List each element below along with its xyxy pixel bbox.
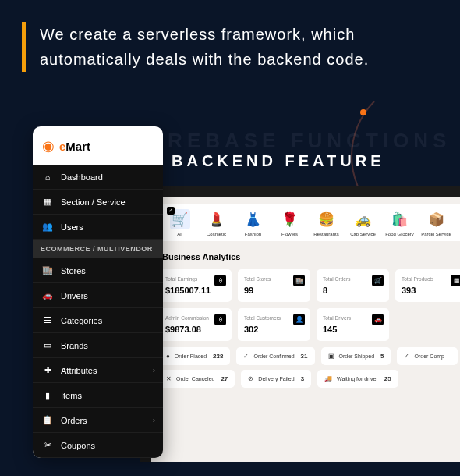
status-chip[interactable]: ▣Order Shipped5 [321,347,391,365]
status-label: Waiting for driver [337,376,378,382]
stat-value: 393 [402,286,460,295]
hero-text: We create a serverless framework, which … [40,22,438,72]
category-tabs: ✓🛒All💄Cosmetic👗Fashion🌹Flowers🍔Restauran… [159,204,460,241]
grid-icon: ▦ [42,197,53,207]
status-value: 5 [380,353,384,360]
stat-card[interactable]: Total Earnings$185007.11₿ [159,269,232,302]
car-icon: 🚗 [42,290,53,300]
category-icon: 🍔 [317,209,337,229]
status-chip[interactable]: ●Order Placed238 [159,347,230,365]
status-label: Order Comp [414,353,444,359]
store-icon: 🏬 [42,265,53,275]
nav-attributes[interactable]: ✚Attributes› [33,358,163,383]
sidebar: ◉ eMart ⌂Dashboard ▦Section / Service 👥U… [33,126,163,458]
status-chip[interactable]: ✓Order Confirmed31 [236,347,314,365]
analytics-panel: Business Analytics Total Earnings$185007… [159,252,460,388]
category-icon: 🚕 [353,209,373,229]
category-label: Cosmetic [207,232,226,236]
status-chip[interactable]: ✕Order Canceled27 [159,370,235,388]
decorative-dot [360,109,366,115]
nav-label: Categories [61,316,102,325]
logo[interactable]: ◉ eMart [33,126,163,165]
nav-coupons[interactable]: ✂Coupons [33,433,163,458]
order-status-row-1: ●Order Placed238✓Order Confirmed31▣Order… [159,347,460,365]
nav-drivers[interactable]: 🚗Drivers [33,283,163,308]
status-label: Order Shipped [339,353,375,359]
stat-card[interactable]: Total Drivers145🚗 [317,308,389,341]
background-text: FIREBASE FUNCTIONS [140,129,451,153]
nav-items[interactable]: ▮Items [33,383,163,408]
clipboard-icon: 📋 [42,415,53,425]
status-chip[interactable]: ⊘Delivery Failed3 [241,370,311,388]
status-icon: ✕ [166,375,172,382]
logo-text: eMart [59,140,90,153]
chevron-right-icon: › [153,367,155,375]
laptop-frame: ✓🛒All💄Cosmetic👗Fashion🌹Flowers🍔Restauran… [140,186,460,462]
category-tab[interactable]: 🛍️Food Grocery [382,209,417,236]
stat-value: 99 [244,286,304,295]
category-icon: 👗 [243,209,264,229]
category-label: Cab Service [350,232,376,236]
category-icon: 📦 [426,209,447,229]
status-value: 3 [301,375,304,382]
status-value: 27 [221,375,228,382]
stats-row-1: Total Earnings$185007.11₿Total Stores99🏬… [159,269,460,302]
status-value: 238 [213,353,223,360]
category-tab[interactable]: 🍔Restaurants [309,209,344,236]
stat-card[interactable]: Total Products393▦ [395,269,460,302]
status-value: 25 [384,375,391,382]
category-label: Flowers [281,232,298,236]
nav-dashboard[interactable]: ⌂Dashboard [33,165,163,190]
stat-card[interactable]: Total Stores99🏬 [238,269,310,302]
category-tab[interactable]: 🛵Rental S [455,209,460,236]
nav-section-service[interactable]: ▦Section / Service [33,190,163,215]
stat-card[interactable]: Total Customers302👤 [238,308,310,341]
status-icon: 🚚 [324,375,332,382]
stat-icon: 🚗 [372,314,384,325]
stat-value: 8 [323,286,383,295]
nav-label: Dashboard [61,172,103,182]
hero-quote: We create a serverless framework, which … [22,22,438,72]
stat-icon: ▦ [451,275,460,286]
category-tab[interactable]: 👗Fashion [235,209,271,236]
nav-label: Coupons [61,441,95,450]
nav-stores[interactable]: 🏬Stores [33,258,163,283]
stat-icon: ₿ [214,314,226,325]
category-tab[interactable]: 📦Parcel Service [419,209,454,236]
list-icon: ☰ [42,315,53,325]
nav-categories[interactable]: ☰Categories [33,308,163,333]
status-label: Order Placed [175,353,207,359]
chevron-right-icon: › [153,417,155,424]
category-tab[interactable]: 🌹Flowers [272,209,307,236]
section-title: BACKEND FEATURE [172,152,385,170]
stat-value: $185007.11 [165,286,225,295]
logo-icon: ◉ [42,137,55,155]
nav: ⌂Dashboard ▦Section / Service 👥Users ECO… [33,165,163,458]
category-tab[interactable]: 💄Cosmetic [199,209,234,236]
stat-card[interactable]: Admin Commission$9873.08₿ [159,308,232,341]
nav-section-header: ECOMMERCE / MULTIVENDOR [33,240,163,258]
analytics-title: Business Analytics [159,252,460,261]
status-icon: ✓ [243,353,249,360]
status-chip[interactable]: 🚚Waiting for driver25 [317,370,398,388]
status-icon: ● [166,353,170,360]
stat-card[interactable]: Total Orders8🛒 [317,269,389,302]
status-chip[interactable]: ✓Order Comp [397,347,458,365]
stat-value: 145 [323,325,383,334]
nav-brands[interactable]: ▭Brands [33,333,163,358]
nav-label: Users [61,222,83,232]
item-icon: ▮ [42,390,53,400]
stat-icon: ₿ [214,275,226,286]
nav-orders[interactable]: 📋Orders› [33,408,163,433]
stat-icon: 🛒 [372,275,384,286]
check-icon: ✓ [167,207,175,215]
stat-value: 302 [244,325,304,334]
nav-label: Stores [61,266,86,275]
category-icon: 🌹 [280,209,300,229]
category-tab[interactable]: ✓🛒All [162,209,197,236]
stat-icon: 👤 [293,314,305,325]
nav-users[interactable]: 👥Users [33,215,163,240]
stats-row-2: Admin Commission$9873.08₿Total Customers… [159,308,460,341]
stat-icon: 🏬 [293,275,305,286]
category-tab[interactable]: 🚕Cab Service [345,209,380,236]
